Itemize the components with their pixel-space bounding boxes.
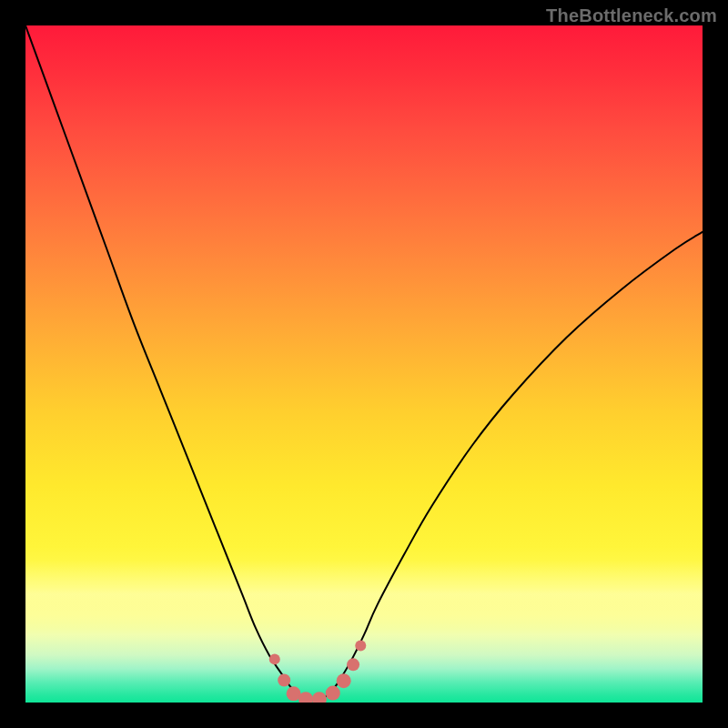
marker-dot [312, 692, 327, 703]
marker-dot [355, 641, 366, 652]
bottleneck-curve [25, 25, 703, 700]
marker-dot [278, 673, 290, 686]
bottom-nodes-group [269, 641, 366, 703]
plot-area [25, 25, 703, 703]
marker-dot [337, 673, 351, 688]
watermark-text: TheBottleneck.com [546, 5, 717, 26]
marker-dot [347, 658, 359, 671]
marker-dot [326, 686, 340, 701]
marker-dot [269, 653, 280, 664]
chart-svg [25, 25, 703, 703]
chart-frame: TheBottleneck.com [0, 0, 728, 728]
